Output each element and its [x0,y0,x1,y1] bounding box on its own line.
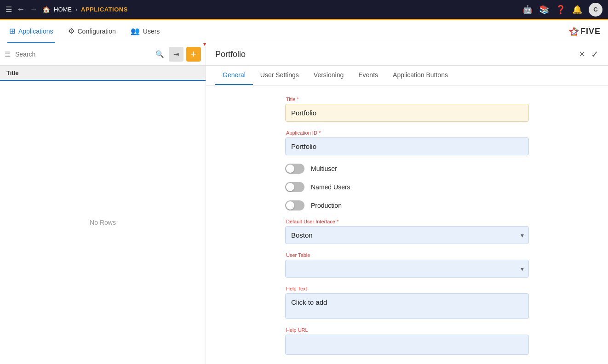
named-users-label: Named Users [311,183,350,191]
user-table-select-wrapper: ▾ [285,260,529,278]
tab-configuration[interactable]: ⚙ Configuration [66,20,118,43]
five-logo-text: FIVE [580,27,601,36]
title-field-group: Title * [285,97,529,122]
default-ui-label: Default User Interface * [285,219,529,224]
books-icon[interactable]: 📚 [539,5,549,15]
help-text-label: Help Text [285,286,529,291]
tab-bar-tabs: ⊞ Applications ⚙ Configuration 👥 Users [7,20,161,43]
form-inner: Title * Application ID * Multius [285,97,529,355]
named-users-toggle[interactable] [285,182,304,192]
multiuser-toggle-knob [286,165,294,173]
multiuser-toggle-row: Multiuser [285,164,529,174]
tab-applications[interactable]: ⊞ Applications [7,20,55,43]
robot-icon[interactable]: 🤖 [522,5,533,15]
right-panel: Portfolio ✕ ✓ General User Settings Vers… [206,43,608,364]
five-logo: FIVE [569,27,601,37]
users-tab-icon: 👥 [131,27,140,35]
breadcrumb-sep-1: › [75,6,77,13]
app-id-input[interactable] [285,137,529,155]
help-text-field-group: Help Text Click to add [285,286,529,319]
applications-tab-icon: ⊞ [9,27,15,35]
top-nav-left: ☰ ← → 🏠 HOME › APPLICATIONS [6,5,128,14]
default-ui-select-wrapper: Boston ▾ [285,226,529,244]
configuration-tab-icon: ⚙ [68,27,75,35]
content-tab-events[interactable]: Events [351,66,385,85]
close-button[interactable]: ✕ [579,49,585,60]
hamburger-icon[interactable]: ☰ [6,5,12,14]
multiuser-toggle[interactable] [285,164,304,174]
content-tab-general[interactable]: General [215,66,253,85]
right-header: Portfolio ✕ ✓ [206,43,608,66]
user-table-field-group: User Table ▾ [285,252,529,278]
back-icon[interactable]: ← [17,5,25,14]
forward-icon[interactable]: → [29,5,38,14]
app-id-field-group: Application ID * [285,130,529,155]
title-input[interactable] [285,104,529,122]
main-layout: ☰ 🔍 ⇥ + [0,43,608,364]
no-rows-message: No Rows [0,81,206,364]
tab-users-label: Users [143,28,160,35]
content-tab-user-settings[interactable]: User Settings [253,66,306,85]
production-toggle-knob [286,201,294,210]
production-toggle[interactable] [285,200,304,210]
search-icon[interactable]: 🔍 [155,50,164,58]
breadcrumb: 🏠 HOME › APPLICATIONS [42,6,128,13]
table-header-title: Title [0,66,206,81]
tab-bar: ⊞ Applications ⚙ Configuration 👥 Users F… [0,20,608,43]
content-tab-versioning[interactable]: Versioning [306,66,351,85]
content-tabs: General User Settings Versioning Events … [206,66,608,85]
top-nav-right: 🤖 📚 ❓ 🔔 C [522,3,602,17]
help-url-label: Help URL [285,327,529,333]
default-ui-field-group: Default User Interface * Boston ▾ [285,219,529,244]
form-area: Title * Application ID * Multius [206,85,608,364]
home-icon: 🏠 [42,6,50,13]
breadcrumb-applications[interactable]: APPLICATIONS [81,6,128,13]
content-tab-application-buttons[interactable]: Application Buttons [385,66,455,85]
add-button[interactable]: + [186,47,201,62]
title-label: Title * [285,97,529,102]
search-bar: ☰ 🔍 ⇥ + [0,43,206,66]
confirm-button[interactable]: ✓ [591,49,599,60]
app-id-label: Application ID * [285,130,529,136]
right-panel-title: Portfolio [215,50,246,59]
bell-icon[interactable]: 🔔 [572,5,582,15]
five-logo-icon [569,27,579,37]
breadcrumb-home[interactable]: HOME [54,6,72,13]
user-avatar[interactable]: C [589,3,602,17]
default-ui-select[interactable]: Boston [286,227,528,244]
tab-configuration-label: Configuration [78,28,116,35]
production-toggle-row: Production [285,200,529,210]
named-users-toggle-row: Named Users [285,182,529,192]
filter-icon[interactable]: ☰ [5,50,11,58]
user-table-select[interactable] [286,260,528,277]
named-users-toggle-knob [286,183,294,191]
export-icon: ⇥ [173,50,179,58]
help-url-input[interactable] [285,335,529,355]
user-table-label: User Table [285,252,529,258]
help-text-input[interactable]: Click to add [285,293,529,319]
production-label: Production [311,202,342,209]
plus-icon: + [191,49,197,59]
help-url-field-group: Help URL [285,327,529,355]
multiuser-label: Multiuser [311,165,337,172]
top-nav-bar: ☰ ← → 🏠 HOME › APPLICATIONS 🤖 📚 ❓ 🔔 C [0,0,608,20]
tab-applications-label: Applications [18,28,53,35]
tab-users[interactable]: 👥 Users [129,20,162,43]
help-icon[interactable]: ❓ [556,5,566,15]
right-header-actions: ✕ ✓ [579,49,599,60]
search-input[interactable] [13,49,153,60]
left-panel: ☰ 🔍 ⇥ + [0,43,206,364]
export-button[interactable]: ⇥ [169,47,184,62]
